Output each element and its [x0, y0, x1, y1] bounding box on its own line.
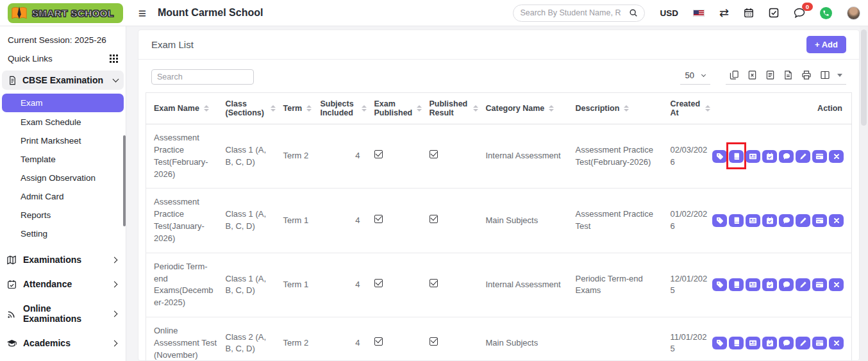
caret-down-icon[interactable] — [837, 74, 842, 77]
sort-icon[interactable] — [417, 105, 422, 112]
action-book-button[interactable] — [729, 214, 744, 227]
action-close-button[interactable] — [829, 337, 844, 349]
column-header-term[interactable]: Term — [280, 93, 317, 124]
swap-icon[interactable]: ⇄ — [719, 7, 729, 19]
column-header-created-at[interactable]: Created At — [667, 93, 714, 124]
sidebar-item-template[interactable]: Template — [2, 151, 124, 168]
checked-checkbox-icon[interactable] — [430, 150, 438, 158]
sidebar-item-admit-card[interactable]: Admit Card — [2, 188, 124, 205]
sort-icon[interactable] — [705, 105, 710, 112]
sort-icon[interactable] — [362, 105, 367, 112]
currency-selector[interactable]: USD — [660, 8, 678, 18]
sidebar-item-setting[interactable]: Setting — [2, 225, 124, 242]
sidebar-item-attendance[interactable]: Attendance — [0, 272, 126, 296]
action-card-button[interactable] — [812, 278, 827, 291]
action-comment-button[interactable] — [779, 337, 794, 349]
action-book-button[interactable] — [729, 278, 744, 291]
file-text-icon[interactable] — [765, 70, 775, 80]
action-close-button[interactable] — [829, 214, 844, 227]
copy-icon[interactable] — [730, 70, 739, 80]
action-book-button[interactable] — [729, 150, 744, 163]
column-header-category-name[interactable]: Category Name — [482, 93, 572, 124]
action-id-card-button[interactable] — [746, 337, 760, 349]
sidebar-item-annual-calendar[interactable]: Annual Calendar — [0, 355, 126, 361]
sort-icon[interactable] — [271, 105, 276, 112]
action-comment-button[interactable] — [779, 278, 794, 291]
sort-icon[interactable] — [204, 105, 209, 112]
sidebar-item-examinations[interactable]: Examinations — [0, 248, 126, 272]
column-header-exam-name[interactable]: Exam Name — [146, 93, 222, 124]
page-scrollbar[interactable] — [860, 26, 868, 361]
checked-checkbox-icon[interactable] — [374, 150, 383, 158]
sidebar-item-print-marksheet[interactable]: Print Marksheet — [2, 132, 124, 149]
action-calendar-check-button[interactable] — [762, 214, 777, 227]
checked-checkbox-icon[interactable] — [430, 337, 438, 346]
checked-checkbox-icon[interactable] — [374, 337, 383, 346]
checked-checkbox-icon[interactable] — [430, 279, 438, 287]
sidebar-item-reports[interactable]: Reports — [2, 206, 124, 224]
user-avatar[interactable] — [847, 6, 860, 20]
action-tag-button[interactable] — [712, 214, 727, 227]
checked-checkbox-icon[interactable] — [374, 279, 383, 287]
action-card-button[interactable] — [812, 214, 827, 227]
action-id-card-button[interactable] — [746, 214, 760, 227]
student-search[interactable] — [513, 4, 645, 22]
add-button[interactable]: + Add — [806, 36, 846, 53]
sort-icon[interactable] — [473, 105, 478, 112]
column-header-description[interactable]: Description — [572, 93, 667, 124]
language-flag-icon[interactable] — [693, 10, 705, 17]
messages-icon[interactable]: 0 — [794, 8, 805, 18]
sidebar-item-exam[interactable]: Exam — [2, 94, 124, 112]
sidebar-item-online-examinations[interactable]: Online Examinations — [0, 296, 126, 331]
sidebar-item-academics[interactable]: Academics — [0, 331, 126, 355]
action-pencil-button[interactable] — [796, 150, 810, 163]
checked-checkbox-icon[interactable] — [374, 215, 383, 223]
student-search-input[interactable] — [520, 8, 625, 17]
calendar-icon[interactable] — [744, 8, 754, 18]
sort-icon[interactable] — [624, 105, 629, 112]
action-close-button[interactable] — [829, 150, 844, 163]
action-tag-button[interactable] — [712, 278, 727, 291]
action-pencil-button[interactable] — [796, 214, 810, 227]
checked-checkbox-icon[interactable] — [430, 215, 438, 223]
action-comment-button[interactable] — [779, 214, 794, 227]
action-tag-button[interactable] — [712, 150, 727, 163]
task-check-icon[interactable] — [769, 8, 779, 18]
action-calendar-check-button[interactable] — [762, 337, 777, 349]
action-calendar-check-button[interactable] — [762, 150, 777, 163]
action-book-button[interactable] — [729, 337, 744, 349]
action-pencil-button[interactable] — [796, 278, 810, 291]
sort-icon[interactable] — [306, 105, 312, 112]
sidebar-scrollbar[interactable] — [123, 135, 126, 226]
column-header-class-sections[interactable]: Class (Sections) — [222, 93, 280, 124]
whatsapp-icon[interactable] — [820, 7, 832, 19]
action-card-button[interactable] — [812, 150, 827, 163]
sidebar-item-assign-observation[interactable]: Assign Observation — [2, 169, 124, 187]
pdf-icon[interactable] — [783, 70, 793, 80]
hamburger-menu-icon[interactable]: ≡ — [138, 6, 146, 20]
table-search-input[interactable] — [151, 69, 254, 85]
quick-links[interactable]: Quick Links — [0, 49, 126, 68]
sidebar-item-exam-schedule[interactable]: Exam Schedule — [2, 113, 124, 131]
sort-icon[interactable] — [549, 105, 554, 112]
action-tag-button[interactable] — [712, 337, 727, 349]
action-close-button[interactable] — [829, 278, 844, 291]
action-id-card-button[interactable] — [746, 278, 760, 291]
action-calendar-check-button[interactable] — [762, 278, 777, 291]
action-card-button[interactable] — [812, 337, 827, 349]
cell-class-sections: Class 1 (A, B, C, D) — [222, 124, 280, 189]
page-size-select[interactable]: 50 — [680, 69, 710, 85]
search-icon[interactable] — [629, 8, 638, 17]
column-header-subjects-included[interactable]: Subjects Included — [317, 93, 371, 124]
sidebar-item-cbse-examination[interactable]: CBSE Examination — [2, 71, 124, 90]
print-icon[interactable] — [801, 70, 812, 80]
column-header-action[interactable]: Action — [714, 93, 852, 124]
action-id-card-button[interactable] — [746, 150, 760, 163]
action-pencil-button[interactable] — [796, 337, 810, 349]
excel-icon[interactable] — [747, 70, 757, 80]
column-header-exam-published[interactable]: Exam Published — [371, 93, 426, 124]
columns-icon[interactable] — [820, 70, 830, 80]
column-header-published-result[interactable]: Published Result — [426, 93, 482, 124]
action-comment-button[interactable] — [779, 150, 794, 163]
scrollbar-thumb[interactable] — [861, 29, 867, 126]
